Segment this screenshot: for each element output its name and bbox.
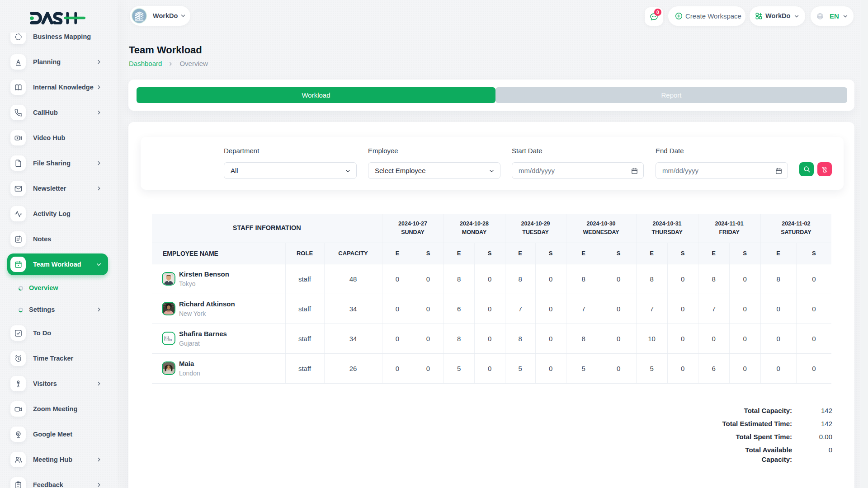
svg-text:in: in — [169, 338, 172, 342]
